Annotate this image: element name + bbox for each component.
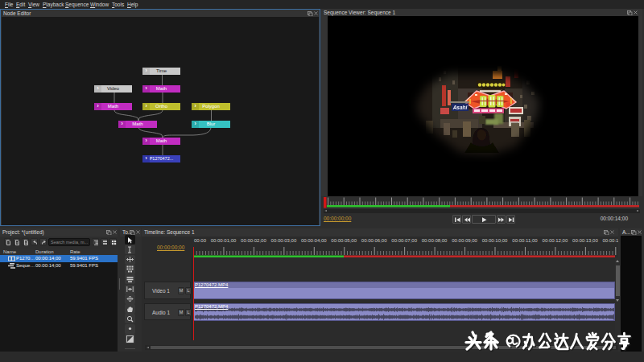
svg-text:Asahi: Asahi bbox=[452, 105, 468, 110]
svg-text:00:00:01;00: 00:00:01;00 bbox=[211, 238, 237, 243]
svg-text:00:00:13;00: 00:00:13;00 bbox=[572, 238, 598, 243]
svg-text:00:00:05;00: 00:00:05;00 bbox=[331, 238, 357, 243]
svg-text:00:00:06;00: 00:00:06;00 bbox=[361, 238, 387, 243]
svg-text:00:00:12;00: 00:00:12;00 bbox=[543, 238, 568, 243]
svg-text:00:00:02;00: 00:00:02;00 bbox=[241, 238, 266, 243]
svg-text:00:00:04;00: 00:00:04;00 bbox=[301, 238, 327, 243]
svg-text:00:00: 00:00 bbox=[194, 238, 207, 243]
svg-text:00:00:10;00: 00:00:10;00 bbox=[482, 238, 508, 243]
svg-text:00:00:14;00: 00:00:14;00 bbox=[602, 238, 618, 243]
svg-text:00:00:03;00: 00:00:03;00 bbox=[271, 238, 297, 243]
svg-text:00:00:09;00: 00:00:09;00 bbox=[452, 238, 477, 243]
svg-text:00:00:11;00: 00:00:11;00 bbox=[512, 238, 538, 243]
svg-text:00:00:08;00: 00:00:08;00 bbox=[422, 238, 448, 243]
svg-text:00:00:07;00: 00:00:07;00 bbox=[391, 238, 417, 243]
